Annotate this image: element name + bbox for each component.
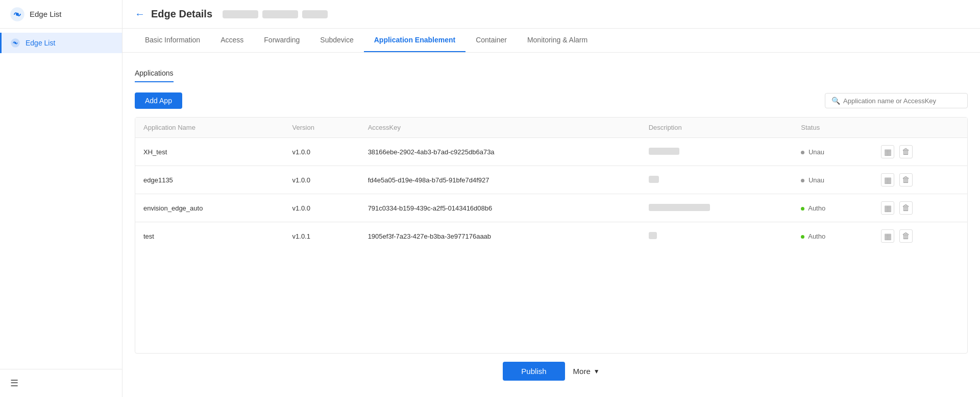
status-text: Unau xyxy=(808,148,824,156)
breadcrumb-tag-2 xyxy=(262,10,298,18)
table-row: XH_test v1.0.0 38166ebe-2902-4ab3-b7ad-c… xyxy=(135,138,967,166)
main-content: ← Edge Details Basic Information Access … xyxy=(122,0,980,397)
cell-actions: ▦ 🗑 xyxy=(873,194,967,222)
more-button[interactable]: More ▼ xyxy=(573,367,600,376)
table-row: test v1.0.1 1905ef3f-7a23-427e-b3ba-3e97… xyxy=(135,222,967,250)
cell-app-name: edge1135 xyxy=(135,166,284,194)
cell-description xyxy=(641,194,793,222)
cell-app-name: envision_edge_auto xyxy=(135,194,284,222)
breadcrumb-tags xyxy=(223,10,328,18)
col-header-description: Description xyxy=(641,118,793,138)
cell-version: v1.0.1 xyxy=(284,222,360,250)
search-input[interactable] xyxy=(843,97,961,105)
sidebar-nav: Edge List xyxy=(0,29,122,369)
cell-status: Autho xyxy=(793,222,873,250)
sidebar: Edge List Edge List ☰ xyxy=(0,0,122,397)
col-header-app-name: Application Name xyxy=(135,118,284,138)
tab-subdevice[interactable]: Subdevice xyxy=(310,29,363,52)
cell-access-key: 38166ebe-2902-4ab3-b7ad-c9225db6a73a xyxy=(360,138,641,166)
description-placeholder xyxy=(649,232,657,239)
delete-icon[interactable]: 🗑 xyxy=(899,145,913,158)
sidebar-logo: Edge List xyxy=(0,0,122,29)
col-header-status: Status xyxy=(793,118,873,138)
cell-status: Autho xyxy=(793,194,873,222)
sub-tab-bar: Applications xyxy=(135,65,968,82)
cell-app-name: XH_test xyxy=(135,138,284,166)
cell-status: Unau xyxy=(793,166,873,194)
sidebar-logo-text: Edge List xyxy=(30,10,62,18)
status-dot xyxy=(801,179,804,182)
cell-version: v1.0.0 xyxy=(284,166,360,194)
table-row: edge1135 v1.0.0 fd4e5a05-d19e-498a-b7d5-… xyxy=(135,166,967,194)
col-header-actions xyxy=(873,118,967,138)
view-icon[interactable]: ▦ xyxy=(881,201,894,215)
tab-monitoring-alarm[interactable]: Monitoring & Alarm xyxy=(517,29,598,52)
sidebar-bottom: ☰ xyxy=(0,369,122,397)
toolbar: Add App 🔍 xyxy=(135,92,968,109)
search-icon: 🔍 xyxy=(831,97,840,105)
delete-icon[interactable]: 🗑 xyxy=(899,229,913,243)
content-area: Applications Add App 🔍 Application Name … xyxy=(122,53,980,397)
tab-bar: Basic Information Access Forwarding Subd… xyxy=(122,29,980,53)
view-icon[interactable]: ▦ xyxy=(881,145,894,158)
chevron-down-icon: ▼ xyxy=(594,368,600,375)
footer-actions: Publish More ▼ xyxy=(135,354,968,385)
svg-point-3 xyxy=(14,42,16,44)
status-dot xyxy=(801,207,804,211)
cell-access-key: fd4e5a05-d19e-498a-b7d5-91bfe7d4f927 xyxy=(360,166,641,194)
sub-tab-applications[interactable]: Applications xyxy=(135,65,174,82)
cell-actions: ▦ 🗑 xyxy=(873,166,967,194)
edge-list-icon xyxy=(10,38,20,48)
search-box[interactable]: 🔍 xyxy=(825,93,968,108)
cell-description xyxy=(641,166,793,194)
status-dot xyxy=(801,235,804,239)
view-icon[interactable]: ▦ xyxy=(881,229,894,243)
more-label: More xyxy=(573,367,591,376)
tab-basic-information[interactable]: Basic Information xyxy=(135,29,210,52)
sidebar-item-label: Edge List xyxy=(26,39,55,47)
table-header-row: Application Name Version AccessKey Descr… xyxy=(135,118,967,138)
tab-container[interactable]: Container xyxy=(465,29,517,52)
page-title: Edge Details xyxy=(151,8,212,20)
cell-description xyxy=(641,222,793,250)
table-row: envision_edge_auto v1.0.0 791c0334-b159-… xyxy=(135,194,967,222)
description-placeholder xyxy=(649,148,679,155)
svg-point-1 xyxy=(16,13,19,16)
description-placeholder xyxy=(649,176,659,183)
status-text: Autho xyxy=(808,204,825,212)
col-header-access-key: AccessKey xyxy=(360,118,641,138)
back-button[interactable]: ← xyxy=(135,8,145,20)
publish-button[interactable]: Publish xyxy=(503,362,565,381)
tab-application-enablement[interactable]: Application Enablement xyxy=(364,29,465,52)
delete-icon[interactable]: 🗑 xyxy=(899,173,913,186)
breadcrumb-tag-3 xyxy=(302,10,328,18)
cell-actions: ▦ 🗑 xyxy=(873,138,967,166)
tab-access[interactable]: Access xyxy=(210,29,254,52)
cell-access-key: 1905ef3f-7a23-427e-b3ba-3e977176aaab xyxy=(360,222,641,250)
cell-access-key: 791c0334-b159-439c-a2f5-0143416d08b6 xyxy=(360,194,641,222)
delete-icon[interactable]: 🗑 xyxy=(899,201,913,215)
status-dot xyxy=(801,151,804,154)
cell-status: Unau xyxy=(793,138,873,166)
description-placeholder xyxy=(649,204,710,211)
col-header-version: Version xyxy=(284,118,360,138)
cell-version: v1.0.0 xyxy=(284,194,360,222)
cell-actions: ▦ 🗑 xyxy=(873,222,967,250)
app-logo-icon xyxy=(10,7,24,21)
cell-app-name: test xyxy=(135,222,284,250)
applications-table: Application Name Version AccessKey Descr… xyxy=(135,117,968,354)
tab-forwarding[interactable]: Forwarding xyxy=(254,29,310,52)
status-text: Autho xyxy=(808,232,825,240)
cell-description xyxy=(641,138,793,166)
breadcrumb-tag-1 xyxy=(223,10,258,18)
sidebar-item-edge-list[interactable]: Edge List xyxy=(0,33,122,53)
status-text: Unau xyxy=(808,176,824,184)
cell-version: v1.0.0 xyxy=(284,138,360,166)
header: ← Edge Details xyxy=(122,0,980,29)
add-app-button[interactable]: Add App xyxy=(135,92,182,109)
view-icon[interactable]: ▦ xyxy=(881,173,894,186)
menu-toggle-icon[interactable]: ☰ xyxy=(10,378,112,389)
